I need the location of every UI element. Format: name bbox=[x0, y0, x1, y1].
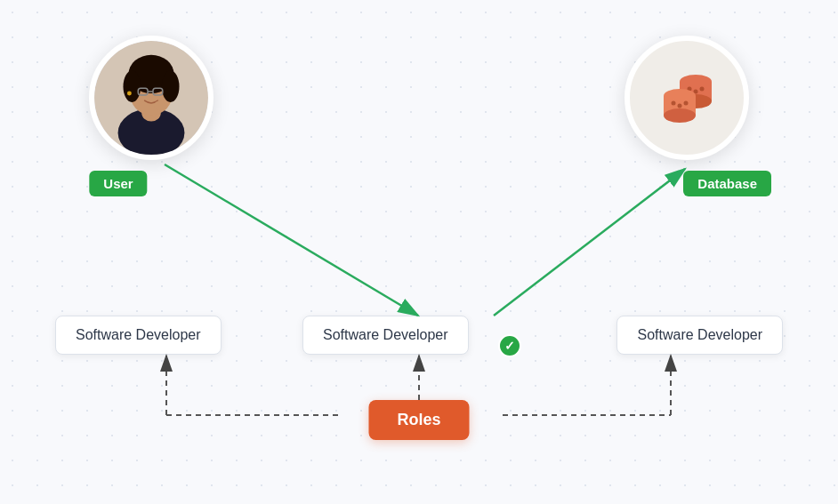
database-circle bbox=[624, 36, 749, 160]
svg-point-6 bbox=[162, 70, 180, 101]
role-box-left: Software Developer bbox=[55, 316, 222, 355]
roles-button: Roles bbox=[368, 400, 469, 440]
svg-point-5 bbox=[123, 70, 141, 101]
svg-point-20 bbox=[664, 108, 696, 123]
role-box-center: Software Developer bbox=[302, 316, 469, 355]
svg-point-22 bbox=[678, 104, 682, 108]
check-badge: ✓ bbox=[498, 334, 521, 357]
svg-point-21 bbox=[672, 101, 676, 106]
user-label: User bbox=[89, 171, 147, 196]
svg-point-10 bbox=[154, 100, 168, 111]
user-avatar bbox=[89, 36, 214, 160]
svg-point-11 bbox=[127, 92, 132, 96]
svg-point-17 bbox=[700, 87, 705, 92]
role-box-right: Software Developer bbox=[616, 316, 783, 355]
database-label: Database bbox=[683, 171, 771, 196]
svg-point-23 bbox=[684, 101, 689, 106]
